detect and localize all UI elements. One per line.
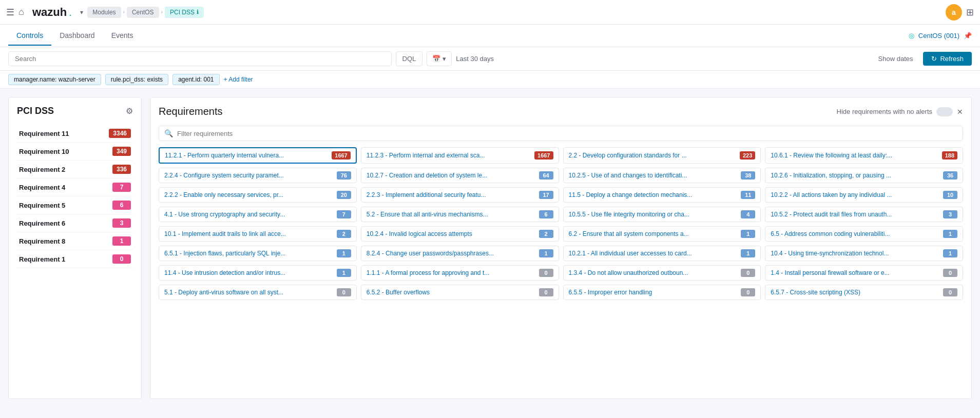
- req-cell-25[interactable]: 1.1.1 - A formal process for approving a…: [361, 265, 559, 281]
- req-cell-5[interactable]: 10.2.7 - Creation and deletion of system…: [361, 168, 559, 183]
- hide-requirements: Hide requirements with no alerts ✕: [837, 107, 963, 116]
- req-cell-21[interactable]: 8.2.4 - Change user passwords/passphrase…: [361, 246, 559, 261]
- menu-icon[interactable]: ☰: [6, 7, 14, 18]
- filter-tag-rule[interactable]: rule.pci_dss: exists: [105, 74, 168, 85]
- sidebar-item-6[interactable]: Requirement 8 1: [17, 232, 133, 250]
- sidebar-item-label-4: Requirement 5: [19, 202, 65, 209]
- req-count-24: 1: [337, 269, 351, 277]
- sidebar-badge-4: 6: [112, 201, 131, 210]
- req-text-23: 10.4 - Using time-synchronization techno…: [771, 250, 941, 257]
- req-cell-8[interactable]: 2.2.2 - Enable only necessary services, …: [159, 187, 357, 203]
- tab-controls[interactable]: Controls: [8, 26, 51, 46]
- sidebar-item-7[interactable]: Requirement 1 0: [17, 250, 133, 268]
- sidebar-item-label-0: Requirement 11: [19, 130, 69, 137]
- req-cell-17[interactable]: 10.2.4 - Invalid logical access attempts…: [361, 226, 559, 242]
- req-count-25: 0: [539, 269, 553, 277]
- filter-tag-agent[interactable]: agent.id: 001: [172, 74, 219, 85]
- sidebar-item-5[interactable]: Requirement 6 3: [17, 214, 133, 232]
- breadcrumb-modules[interactable]: Modules: [87, 7, 121, 18]
- req-cell-6[interactable]: 10.2.5 - Use of and changes to identific…: [563, 168, 761, 183]
- logo-chevron-icon[interactable]: ▾: [80, 9, 83, 16]
- show-dates-button[interactable]: Show dates: [872, 52, 919, 66]
- req-count-13: 6: [539, 210, 553, 218]
- req-cell-11[interactable]: 10.2.2 - All actions taken by any indivi…: [765, 187, 963, 203]
- req-cell-30[interactable]: 6.5.5 - Improper error handling 0: [563, 285, 761, 300]
- sidebar-header: PCI DSS ⚙: [17, 106, 133, 116]
- req-cell-1[interactable]: 11.2.3 - Perform internal and external s…: [361, 147, 559, 164]
- req-text-18: 6.2 - Ensure that all system components …: [569, 230, 739, 237]
- req-cell-28[interactable]: 5.1 - Deploy anti-virus software on all …: [159, 285, 357, 300]
- sidebar-item-0[interactable]: Requirement 11 3346: [17, 125, 133, 143]
- req-text-30: 6.5.5 - Improper error handling: [569, 289, 739, 296]
- breadcrumb-centos[interactable]: CentOS: [127, 7, 159, 18]
- req-cell-3[interactable]: 10.6.1 - Review the following at least d…: [765, 147, 963, 164]
- req-count-17: 2: [539, 230, 553, 238]
- close-icon[interactable]: ✕: [957, 108, 963, 116]
- req-text-25: 1.1.1 - A formal process for approving a…: [367, 269, 537, 276]
- wifi-icon: ◎: [909, 32, 914, 39]
- sidebar-item-4[interactable]: Requirement 5 6: [17, 196, 133, 214]
- sidebar-item-2[interactable]: Requirement 2 336: [17, 161, 133, 178]
- req-cell-13[interactable]: 5.2 - Ensure that all anti-virus mechani…: [361, 207, 559, 222]
- req-text-28: 5.1 - Deploy anti-virus software on all …: [164, 289, 335, 296]
- breadcrumb-pcidss[interactable]: PCI DSS ℹ: [165, 7, 204, 18]
- req-cell-9[interactable]: 2.2.3 - Implement additional security fe…: [361, 187, 559, 203]
- refresh-icon: ↻: [931, 55, 937, 63]
- req-cell-0[interactable]: 11.2.1 - Perform quarterly internal vuln…: [159, 147, 357, 164]
- main-content: PCI DSS ⚙ Requirement 11 3346 Requiremen…: [0, 89, 980, 407]
- tab-bar: Controls Dashboard Events ◎ CentOS (001)…: [0, 25, 980, 47]
- req-count-2: 223: [740, 151, 755, 160]
- sidebar-item-label-7: Requirement 1: [19, 255, 65, 263]
- req-count-16: 2: [337, 230, 351, 238]
- req-text-16: 10.1 - Implement audit trails to link al…: [164, 230, 335, 237]
- req-cell-4[interactable]: 2.2.4 - Configure system security parame…: [159, 168, 357, 183]
- req-cell-15[interactable]: 10.5.2 - Protect audit trail files from …: [765, 207, 963, 222]
- avatar[interactable]: a: [946, 4, 962, 21]
- req-cell-12[interactable]: 4.1 - Use strong cryptography and securi…: [159, 207, 357, 222]
- search-input[interactable]: [8, 51, 392, 66]
- req-text-7: 10.2.6 - Initialization, stopping, or pa…: [771, 172, 941, 179]
- req-cell-20[interactable]: 6.5.1 - Injection flaws, particularly SQ…: [159, 246, 357, 261]
- tab-events[interactable]: Events: [103, 26, 142, 46]
- tab-dashboard[interactable]: Dashboard: [51, 26, 103, 46]
- req-cell-29[interactable]: 6.5.2 - Buffer overflows 0: [361, 285, 559, 300]
- grid-icon[interactable]: ⊞: [966, 7, 974, 18]
- req-text-22: 10.2.1 - All individual user accesses to…: [569, 250, 739, 257]
- req-cell-22[interactable]: 10.2.1 - All individual user accesses to…: [563, 246, 761, 261]
- req-text-14: 10.5.5 - Use file integrity monitoring o…: [569, 211, 739, 218]
- req-cell-14[interactable]: 10.5.5 - Use file integrity monitoring o…: [563, 207, 761, 222]
- sidebar-item-1[interactable]: Requirement 10 349: [17, 143, 133, 161]
- home-icon[interactable]: ⌂: [18, 7, 24, 17]
- req-cell-23[interactable]: 10.4 - Using time-synchronization techno…: [765, 246, 963, 261]
- req-cell-18[interactable]: 6.2 - Ensure that all system components …: [563, 226, 761, 242]
- req-cell-31[interactable]: 6.5.7 - Cross-site scripting (XSS) 0: [765, 285, 963, 300]
- calendar-button[interactable]: 📅 ▾: [427, 51, 452, 66]
- req-count-11: 10: [943, 191, 957, 199]
- req-cell-10[interactable]: 11.5 - Deploy a change detection mechani…: [563, 187, 761, 203]
- refresh-button[interactable]: ↻ Refresh: [923, 52, 972, 66]
- req-cell-7[interactable]: 10.2.6 - Initialization, stopping, or pa…: [765, 168, 963, 183]
- req-count-4: 76: [337, 171, 351, 180]
- filter-requirements-input[interactable]: [177, 130, 957, 137]
- filter-search-icon: 🔍: [164, 129, 173, 137]
- req-cell-16[interactable]: 10.1 - Implement audit trails to link al…: [159, 226, 357, 242]
- gear-icon[interactable]: ⚙: [126, 106, 133, 116]
- req-cell-2[interactable]: 2.2 - Develop configuration standards fo…: [563, 147, 761, 164]
- add-filter-button[interactable]: + Add filter: [224, 76, 253, 83]
- toggle-switch[interactable]: [936, 107, 953, 116]
- dql-button[interactable]: DQL: [396, 51, 423, 66]
- req-cell-19[interactable]: 6.5 - Address common coding vulnerabilit…: [765, 226, 963, 242]
- req-text-15: 10.5.2 - Protect audit trail files from …: [771, 211, 941, 218]
- sidebar-item-label-1: Requirement 10: [19, 148, 69, 155]
- filter-tag-manager[interactable]: manager.name: wazuh-server: [8, 74, 101, 85]
- sidebar-badge-2: 336: [112, 165, 131, 174]
- req-cell-26[interactable]: 1.3.4 - Do not allow unauthorized outbou…: [563, 265, 761, 281]
- sidebar-item-label-2: Requirement 2: [19, 166, 65, 173]
- req-count-28: 0: [337, 288, 351, 296]
- req-cell-27[interactable]: 1.4 - Install personal firewall software…: [765, 265, 963, 281]
- sidebar-item-3[interactable]: Requirement 4 7: [17, 178, 133, 196]
- req-cell-24[interactable]: 11.4 - Use intrusion detection and/or in…: [159, 265, 357, 281]
- agent-label[interactable]: CentOS (001): [918, 32, 959, 39]
- req-text-8: 2.2.2 - Enable only necessary services, …: [164, 191, 335, 198]
- sidebar: PCI DSS ⚙ Requirement 11 3346 Requiremen…: [8, 97, 142, 399]
